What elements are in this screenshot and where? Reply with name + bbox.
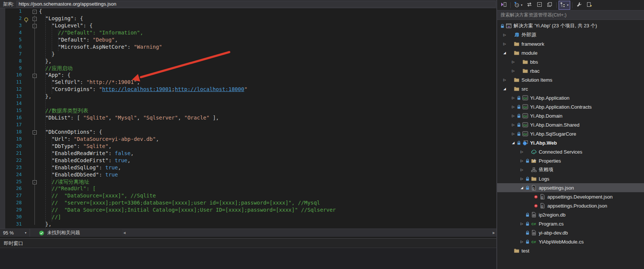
expander-collapsed-icon[interactable]: ▷ bbox=[519, 168, 524, 172]
tree-item-src[interactable]: ◢src bbox=[497, 84, 644, 93]
tree-item-ip2region-db[interactable]: ip2region.db bbox=[497, 210, 644, 219]
tree-item-rbac[interactable]: ▷rbac bbox=[497, 66, 644, 75]
solution-explorer-toolbar: ▼▼ bbox=[497, 0, 644, 10]
expander-open-icon[interactable]: ◢ bbox=[511, 141, 516, 145]
immediate-window-panel: 即时窗口 bbox=[0, 239, 496, 269]
tree-item-appsettings-production-json[interactable]: {}appsettings.Production.json bbox=[497, 201, 644, 210]
filter-history-button[interactable]: ▼ bbox=[513, 1, 524, 9]
search-input[interactable] bbox=[497, 10, 644, 20]
expander-collapsed-icon[interactable]: ▷ bbox=[511, 132, 516, 136]
lightbulb-icon[interactable] bbox=[23, 17, 29, 24]
schema-combobox[interactable]: https://json.schemastore.org/appsettings… bbox=[16, 1, 496, 7]
tree-item-dependencies[interactable]: ▷依赖项 bbox=[497, 165, 644, 174]
tree-item-test[interactable]: test bbox=[497, 246, 644, 255]
tree-item-logs[interactable]: ▷Logs bbox=[497, 174, 644, 183]
tree-item-yiabpwebmodule-cs[interactable]: ▷C#YiAbpWebModule.cs bbox=[497, 237, 644, 246]
csproj-icon: C# bbox=[521, 104, 529, 110]
immediate-window-title: 即时窗口 bbox=[4, 240, 23, 247]
code-line: "Default": "Debug", bbox=[39, 37, 336, 44]
code-line: //"ReadUrl": [ bbox=[39, 185, 336, 193]
fold-toggle[interactable]: - bbox=[33, 24, 37, 28]
immediate-window-input[interactable] bbox=[0, 248, 496, 269]
properties-wrench-button[interactable] bbox=[575, 1, 584, 9]
expander-collapsed-icon[interactable]: ▷ bbox=[519, 222, 524, 226]
expander-open-icon[interactable]: ◢ bbox=[519, 186, 524, 190]
svg-text:C#: C# bbox=[532, 240, 536, 244]
scroll-right-icon[interactable]: ▶ bbox=[491, 229, 496, 237]
tree-item-external-sources[interactable]: ▷外部源 bbox=[497, 30, 644, 39]
line-number: 6 bbox=[0, 44, 22, 51]
json-icon: {} bbox=[539, 203, 546, 209]
horizontal-scrollbar[interactable]: ◀ ▶ bbox=[122, 229, 496, 237]
fold-toggle[interactable]: - bbox=[33, 130, 37, 134]
tree-item-yi-abp-domain-shared[interactable]: ▷C#Yi.Abp.Domain.Shared bbox=[497, 120, 644, 129]
tree-item-module[interactable]: ◢module bbox=[497, 48, 644, 57]
sync-active-document-button[interactable] bbox=[525, 1, 534, 9]
collapse-all-button[interactable] bbox=[535, 1, 544, 9]
preview-selected-button[interactable] bbox=[585, 1, 594, 9]
expander-collapsed-icon[interactable]: ▷ bbox=[511, 69, 516, 73]
expander-collapsed-icon[interactable]: ▷ bbox=[502, 42, 507, 46]
external-icon bbox=[513, 32, 520, 38]
editor-status-bar: 95 % ▼ 未找到相关问题 ◀ ▶ bbox=[0, 229, 496, 237]
code-line: "App": { bbox=[39, 72, 336, 79]
code-line: "Url": "DataSource=yi-abp-dev.db", bbox=[39, 136, 336, 143]
expander-collapsed-icon[interactable]: ▷ bbox=[519, 240, 524, 244]
code-line: "Logging": { bbox=[39, 15, 336, 22]
expander-collapsed-icon[interactable]: ▷ bbox=[502, 78, 507, 82]
tree-item-yi-abp-application-contracts[interactable]: ▷C#Yi.Abp.Application.Contracts bbox=[497, 102, 644, 111]
expander-collapsed-icon[interactable]: ▷ bbox=[511, 96, 516, 100]
code-line: }, bbox=[39, 93, 336, 100]
fold-toggle[interactable]: - bbox=[33, 10, 37, 14]
code-line: "SelfUrl": "http://*:19001", bbox=[39, 79, 336, 86]
tree-item-appsettings-json[interactable]: ◢{}appsettings.json bbox=[497, 183, 644, 192]
schema-bar: 架构: https://json.schemastore.org/appsett… bbox=[0, 0, 496, 8]
tree-item-framework[interactable]: ▷framework bbox=[497, 39, 644, 48]
dropdown-caret-icon[interactable]: ▼ bbox=[566, 4, 569, 6]
visual-studio-window: 架构: https://json.schemastore.org/appsett… bbox=[0, 0, 644, 269]
expander-collapsed-icon[interactable]: ▷ bbox=[519, 177, 524, 181]
lock-icon bbox=[524, 158, 530, 163]
expander-open-icon[interactable]: ◢ bbox=[502, 87, 507, 91]
expander-collapsed-icon[interactable]: ▷ bbox=[511, 105, 516, 109]
tree-item-yi-abp-domain[interactable]: ▷C#Yi.Abp.Domain bbox=[497, 111, 644, 120]
tree-item-yi-abp-application[interactable]: ▷C#Yi.Abp.Application bbox=[497, 93, 644, 102]
show-all-files-button[interactable] bbox=[545, 1, 554, 9]
expander-collapsed-icon[interactable]: ▷ bbox=[502, 33, 507, 37]
tree-item-solution-items[interactable]: ▷Solution Items bbox=[497, 75, 644, 84]
tree-item-label: Yi.Abp.Domain.Shared bbox=[530, 122, 580, 128]
expander-open-icon[interactable]: ◢ bbox=[502, 51, 507, 55]
code-line: "EnabledDbSeed": true bbox=[39, 172, 336, 179]
tree-item-bbs[interactable]: ▷bbs bbox=[497, 57, 644, 66]
lock-icon bbox=[516, 140, 521, 145]
expander-collapsed-icon[interactable]: ▷ bbox=[511, 60, 516, 64]
line-number: 1 bbox=[0, 8, 22, 15]
fold-toggle[interactable]: - bbox=[33, 74, 37, 78]
expander-collapsed-icon[interactable]: ▷ bbox=[519, 150, 524, 154]
lock-icon bbox=[516, 114, 521, 118]
dropdown-caret-icon[interactable]: ▼ bbox=[520, 4, 523, 6]
tree-item-properties[interactable]: ▷Properties bbox=[497, 156, 644, 165]
expander-collapsed-icon[interactable]: ▷ bbox=[511, 123, 516, 127]
tree-item-connected-services[interactable]: ▷Connected Services bbox=[497, 147, 644, 156]
code-line: "EnabledSqlLog": true, bbox=[39, 164, 336, 172]
expander-collapsed-icon[interactable]: ▷ bbox=[511, 114, 516, 118]
tree-item-solution[interactable]: ∞解决方案 'Yi.Abp' (23 个项目, 共 23 个) bbox=[497, 21, 644, 30]
file-nesting-button[interactable]: ▼ bbox=[559, 1, 570, 9]
tree-item-yi-abp-dev-db[interactable]: yi-abp-dev.db bbox=[497, 228, 644, 237]
tree-item-program-cs[interactable]: ▷C#Program.cs bbox=[497, 219, 644, 228]
fold-toggle[interactable]: - bbox=[33, 180, 37, 184]
tree-item-yi-abp-sqlsugarcore[interactable]: ▷C#Yi.Abp.SqlSugarCore bbox=[497, 129, 644, 138]
code-line: "DbType": "Sqlite", bbox=[39, 143, 336, 150]
line-number: 24 bbox=[0, 172, 22, 179]
tree-item-label: Program.cs bbox=[539, 221, 563, 227]
fold-toggle[interactable]: - bbox=[33, 17, 37, 21]
check-circle-icon bbox=[39, 230, 44, 236]
tree-item-yi-abp-web[interactable]: ◢Yi.Abp.Web bbox=[497, 138, 644, 147]
code-editor[interactable]: 1234567891011121314151617181920212223242… bbox=[0, 8, 496, 229]
tree-item-appsettings-development-json[interactable]: {}appsettings.Development.json bbox=[497, 192, 644, 201]
zoom-select[interactable]: 95 % ▼ bbox=[0, 229, 30, 237]
expander-collapsed-icon[interactable]: ▷ bbox=[519, 159, 524, 163]
scroll-left-icon[interactable]: ◀ bbox=[122, 229, 127, 237]
switch-views-button[interactable] bbox=[499, 1, 508, 9]
